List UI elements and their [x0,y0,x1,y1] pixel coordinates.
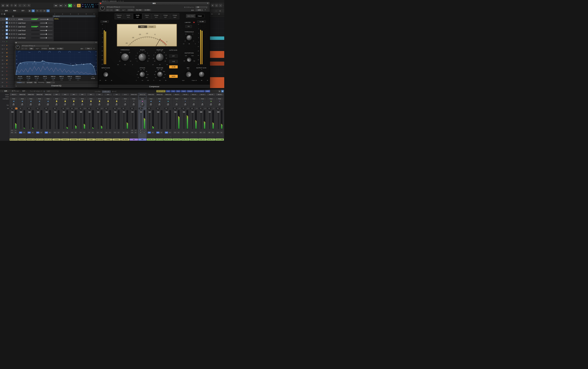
ratio-knob[interactable]: 11.4234568102030 [133,51,152,66]
strip-fader[interactable] [45,110,52,129]
strip-output-button[interactable]: Bus 14 [10,94,17,95]
add-track-button[interactable]: + [1,13,3,15]
mixer-filter-button[interactable]: MIDI [205,90,210,92]
track-s-button[interactable]: S [11,37,13,39]
strip-output-button[interactable]: MIX [96,94,103,95]
strip-mute-button[interactable]: M [139,132,142,133]
strip-automation-button[interactable]: Read [156,98,163,100]
track-header-row[interactable]: 1▾MSRIVOCAL [0,17,54,21]
limiter-threshold-knob[interactable]: -8-6-4-2-10dB0 [181,32,197,45]
strip-volume-value[interactable]: 0.0 [96,108,100,109]
cycle-button[interactable]: ↻ [77,4,81,7]
strip-group-slot[interactable] [44,96,52,97]
dual-window-icon[interactable]: ▥ [221,90,224,92]
track-m-button[interactable]: M [9,30,10,31]
strip-solo-button[interactable]: S [160,132,163,133]
strip-volume-value[interactable]: 0.0 [104,108,108,109]
strip-pan-knob[interactable] [166,103,170,107]
release-knob[interactable]: 1020501002005001k2k5ms5k [152,69,168,81]
attack-knob[interactable]: 510152050801201600ms200 [135,69,150,81]
strip-name-label[interactable]: Liverpool_24 [27,138,35,141]
track-s-button[interactable]: S [11,33,13,35]
prev-preset-button[interactable]: ‹ [106,9,109,11]
mixer-channel-strip[interactable]: Bus 18Read▦0.0-2.7MS01 Int...アノ [207,93,215,141]
strip-fader[interactable] [79,110,86,129]
strip-solo-button[interactable]: S [134,132,137,133]
strip-volume-value[interactable]: 0.0 [19,108,22,109]
strip-group-slot[interactable] [53,96,60,97]
strip-output-button[interactable]: MIX [62,94,69,95]
track-header-row[interactable]: 6MSRILead Vocal [0,36,54,40]
h-zoom-icon[interactable]: ⇔ [214,10,218,12]
strip-volume-value[interactable]: 0.0 [44,108,48,109]
strip-pan-knob[interactable] [115,103,118,107]
strip-output-button[interactable]: Bus 18 [207,94,215,95]
knob-disc[interactable] [184,71,192,78]
strip-automation-button[interactable]: Read [96,98,103,100]
strip-mute-button[interactable]: M [62,132,65,133]
strip-automation-button[interactable]: Read [19,98,26,100]
strip-solo-button[interactable]: S [91,132,94,133]
eq-band-readout[interactable]: 5250 Hz-2.9 dB3.40 [49,76,57,81]
circuit-type-button[interactable]: StudioVCA [124,13,133,19]
strip-pan-knob[interactable] [132,103,136,107]
strip-name-label[interactable]: 01 Int...Ver. [147,138,155,141]
auto-gain-option[interactable]: OFF [169,54,178,58]
strip-name-label[interactable]: 01 Int...の他 [216,138,224,141]
arrange-menu-functions[interactable]: 機能 [13,10,18,12]
strip-pan-knob[interactable] [98,103,101,107]
strip-volume-value[interactable]: 0.0 [10,108,14,109]
power-button[interactable] [100,6,105,10]
strip-mute-button[interactable]: M [165,132,168,133]
strip-automation-button[interactable]: Read [139,98,146,100]
strip-automation-button[interactable]: Read [199,98,206,100]
strip-name-label[interactable]: オーディオ 60 [156,138,164,141]
strip-fader[interactable] [122,110,129,129]
zoom-preset-icon[interactable]: ◲ [219,10,222,12]
track-i-button[interactable]: I [15,18,17,20]
mixer-channel-strip[interactable]: Stereo OutRead◉0.0MS01 Int...ラス [164,93,172,141]
track-disclosure-icon[interactable]: ▾ [4,49,5,50]
track-r-button[interactable]: R [13,22,15,24]
mixer-channel-strip[interactable]: Stereo OutRead◀)0.0MSオーディオ 60 [155,93,164,141]
strip-group-slot[interactable] [182,96,189,97]
strip-automation-button[interactable]: Read [10,98,17,100]
duplicate-track-button[interactable]: ▣ [3,13,5,15]
strip-volume-value[interactable]: 0.0 [190,108,194,109]
compressor-plugin-window[interactable]: MIX ⊞ デフォルトプリセット▾ ‹ › 比較 コピー ペースト 取り消す や… [98,2,210,88]
strip-name-label[interactable]: R Hall [87,138,95,141]
strip-fader[interactable] [139,110,146,129]
strip-volume-value[interactable]: 0.0 [139,108,142,109]
redo-button[interactable]: やり直す [56,48,64,50]
strip-output-button[interactable]: Stereo Out [27,94,35,95]
strip-output-button[interactable]: Stereo Out [139,94,146,95]
strip-group-slot[interactable] [79,96,86,97]
mixer-channel-strip[interactable]: MIXRead!0.0MSL Delay [104,93,112,141]
strip-solo-button[interactable]: S [168,132,172,133]
strip-mute-button[interactable]: M [199,132,202,133]
strip-volume-value[interactable]: 0.0 [70,108,74,109]
mixer-view-tab[interactable]: シングル [93,91,102,93]
strip-pan-knob[interactable] [21,103,24,107]
dim-icon[interactable]: ◐ [18,4,22,7]
strip-mute-button[interactable]: M [105,132,108,133]
quick-help-icon[interactable]: ? [10,4,13,7]
sends-mode-dropdown[interactable]: オフ▾ [46,90,59,92]
strip-solo-button[interactable]: S [117,132,120,133]
eq-band-shape-icon[interactable] [68,51,71,53]
strip-automation-button[interactable]: Read [36,98,43,100]
mixer-channel-strip[interactable]: MIXRead!0.0-31.0MSVo R Plate [70,93,78,141]
mixer-filter-button[interactable]: Inst [166,90,170,92]
strip-solo-button[interactable]: S [151,132,154,133]
strip-group-slot[interactable] [19,96,26,97]
strip-name-label[interactable]: Liverpool_23 [18,138,26,141]
strip-solo-button[interactable]: S [31,132,34,133]
strip-output-button[interactable]: Stereo Out [19,94,26,95]
strip-solo-button[interactable]: S [65,132,69,133]
strip-solo-button[interactable]: S [40,132,43,133]
auto-gain-option[interactable]: -12 dB [169,65,178,68]
strip-output-button[interactable]: Dr B [122,94,129,95]
strip-fader[interactable] [173,110,180,129]
arrange-menu-edit[interactable]: 編集 [5,10,10,12]
channel-eq-plugin-window[interactable]: ⊞ デフォルトプリセット▾ ‹ › 比較 コピー ペースト 取り消す やり直す … [14,41,98,87]
